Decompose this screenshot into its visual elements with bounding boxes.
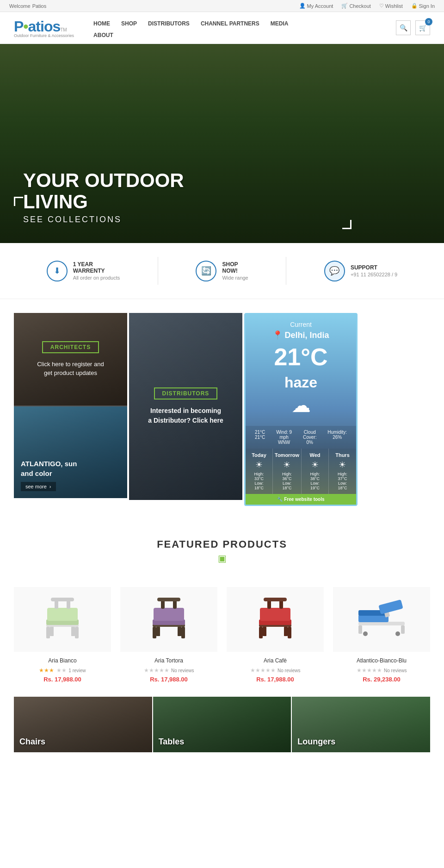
logo-tagline: Outdoor Furniture & Accessories (14, 33, 74, 38)
warranty-icon: ⬇ (47, 261, 68, 281)
architects-card[interactable]: ARCHITECTS Click here to register andget… (14, 313, 127, 406)
header-icons: 🔍 🛒 0 (396, 20, 430, 35)
content-grid: ARCHITECTS Click here to register andget… (0, 299, 444, 520)
nav-distributors[interactable]: DISTRIBUTORS (142, 17, 195, 31)
feature-divider-2 (286, 257, 286, 285)
feature-divider-1 (158, 257, 158, 285)
stars-filled-bianco: ★★★ (39, 667, 54, 674)
warranty-subtitle: All order on products (73, 275, 120, 281)
product-rating-cafe: ★★★★★ No reviews (227, 666, 324, 674)
forecast-today: Today ☀ High:33°CLow:18°C (246, 449, 273, 494)
user-icon: 👤 (299, 3, 306, 9)
checkout-link[interactable]: 🛒 Checkout (341, 3, 370, 9)
svg-rect-24 (284, 627, 288, 636)
wed-sun-icon: ☀ (303, 460, 327, 470)
lock-icon: 🔒 (411, 3, 418, 9)
weather-temp: 21°C (252, 344, 350, 370)
category-chairs[interactable]: Chairs (14, 697, 152, 752)
support-title: SUPPORT (351, 264, 397, 271)
svg-rect-12 (181, 627, 185, 638)
feature-warranty-text: 1 YEARWARRENTY All order on products (73, 261, 120, 281)
shop-subtitle: Wide range (222, 275, 248, 281)
feature-shop-text: SHOPNOW! Wide range (222, 261, 248, 281)
chair-tortora-svg (143, 594, 194, 645)
my-account-link[interactable]: 👤 My Account (299, 3, 333, 9)
review-count-bianco: 1 review (68, 668, 86, 673)
logo-tm: TM (60, 27, 67, 32)
svg-rect-11 (153, 627, 156, 638)
search-icon: 🔍 (400, 24, 407, 31)
weather-current-label: Current (252, 321, 350, 328)
nav-about[interactable]: ABOUT (88, 28, 119, 42)
lounger-atlantico-svg (356, 594, 407, 645)
left-column: ARCHITECTS Click here to register andget… (14, 313, 127, 506)
today-sun-icon: ☀ (247, 460, 271, 470)
weather-footer[interactable]: 🔧 Free website tools (246, 494, 356, 505)
nav-media[interactable]: MEDIA (265, 17, 294, 31)
shop-title: SHOPNOW! (222, 261, 248, 274)
review-count-cafe: No reviews (278, 668, 300, 673)
stars-empty-atlantico: ★★★★★ (357, 667, 382, 674)
svg-rect-23 (263, 627, 266, 636)
category-grid: Chairs Tables Loungers (0, 692, 444, 766)
forecast-tomorrow: Tomorrow ☀ High:36°CLow:18°C (273, 449, 302, 494)
distributor-text: Interested in becominga Distributor? Cli… (148, 406, 223, 425)
forecast-thurs: Thurs ☀ High:37°CLow:18°C (329, 449, 356, 494)
chairs-label: Chairs (19, 737, 45, 747)
cart-button[interactable]: 🛒 0 (415, 20, 430, 35)
distributor-badge[interactable]: DISTRIBUTORS (154, 387, 218, 400)
svg-rect-6 (47, 608, 78, 621)
heart-icon: ♡ (379, 3, 384, 9)
cart-topbar-icon: 🛒 (341, 3, 348, 9)
location-pin-icon: 📍 (272, 330, 283, 340)
loungers-bg-overlay: Loungers (292, 697, 430, 752)
nav-shop[interactable]: SHOP (116, 17, 142, 31)
svg-rect-13 (156, 627, 160, 636)
nav-channel-partners[interactable]: CHANNEL PARTNERS (195, 17, 265, 31)
hero-corner-tl (14, 197, 23, 206)
atlantico-card[interactable]: ATLANTIGO, sunand color see more › (14, 406, 127, 498)
product-name-cafe: Aria Cafè (227, 657, 324, 664)
support-icon: 💬 (324, 261, 345, 281)
wishlist-link[interactable]: ♡ Wishlist (379, 3, 403, 9)
svg-rect-3 (50, 627, 54, 636)
loungers-label: Loungers (297, 737, 335, 747)
stars-empty-cafe: ★★★★★ (250, 667, 276, 674)
svg-rect-19 (157, 598, 180, 601)
hero-content: YOUR OUTDOORLIVING SEE COLLECTIONS (23, 170, 184, 225)
category-loungers[interactable]: Loungers (292, 697, 430, 752)
weather-cloud-icon: ☁ (252, 394, 350, 417)
weather-humidity: Humidity:26% (327, 430, 347, 445)
hero-title: YOUR OUTDOORLIVING (23, 170, 184, 212)
featured-section: FEATURED PRODUCTS ▣ (0, 520, 444, 573)
warranty-title: 1 YEARWARRENTY (73, 261, 120, 274)
support-phone: +91 11 26502228 / 9 (351, 272, 397, 277)
product-atlantico: Atlantico-Bianco-Blu ★★★★★ No reviews Rs… (333, 587, 430, 683)
svg-rect-32 (401, 625, 405, 634)
forecast-wed: Wed ☀ High:38°CLow:19°C (302, 449, 329, 494)
svg-rect-22 (288, 627, 291, 638)
header: P•atios TM Outdoor Furniture & Accessori… (0, 12, 444, 44)
product-name-atlantico: Atlantico-Bianco-Blu (333, 657, 430, 664)
product-aria-tortora: Aria Tortora ★★★★★ No reviews Rs. 17,988… (120, 587, 217, 683)
search-button[interactable]: 🔍 (396, 20, 411, 35)
main-nav: HOME SHOP DISTRIBUTORS CHANNEL PARTNERS … (88, 17, 396, 39)
weather-condition: haze (252, 374, 350, 391)
svg-rect-36 (378, 599, 403, 614)
review-count-tortora: No reviews (171, 668, 194, 673)
category-tables[interactable]: Tables (153, 697, 291, 752)
weather-high-low: 21°C 21°C (255, 430, 265, 445)
hero-cta[interactable]: SEE COLLECTIONS (23, 215, 184, 225)
logo[interactable]: P•atios TM Outdoor Furniture & Accessori… (14, 18, 74, 38)
svg-point-37 (363, 631, 368, 636)
top-bar: Welcome Patios 👤 My Account 🛒 Checkout ♡… (0, 0, 444, 12)
product-name-tortora: Aria Tortora (120, 657, 217, 664)
welcome-text: Welcome (9, 3, 31, 9)
signin-link[interactable]: 🔒 Sign In (411, 3, 435, 9)
see-more-button[interactable]: see more › (21, 482, 56, 491)
stars-empty-bianco: ★★ (56, 667, 67, 674)
weather-wind: Wind: 9mphWNW (276, 430, 292, 445)
tables-bg-overlay: Tables (153, 697, 291, 752)
review-count-atlantico: No reviews (384, 668, 407, 673)
product-name-bianco: Aria Bianco (14, 657, 111, 664)
